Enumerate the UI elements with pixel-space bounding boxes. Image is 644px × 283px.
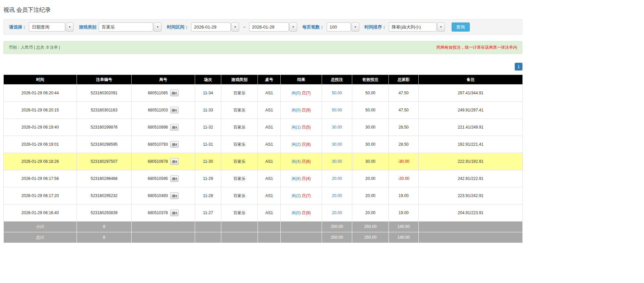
cell-round-id: 680511003 [132, 102, 195, 119]
table-row[interactable]: 2026-01-29 06:18:26 523160297507 6805106… [4, 153, 523, 170]
cell-table-no: AS1 [258, 153, 281, 170]
column-header-9: 总派彩 [389, 75, 419, 85]
table-row[interactable]: 2026-01-29 06:16:40 523160293839 6805103… [4, 204, 523, 222]
select-type-caret-icon[interactable]: ▼ [66, 22, 74, 32]
video-replay-icon[interactable] [170, 90, 179, 96]
footer-cell: 250.00 [352, 222, 389, 232]
result-banker-text: 庄(8) [302, 142, 311, 147]
video-replay-icon[interactable] [170, 209, 179, 216]
column-header-8: 有效投注 [352, 75, 389, 85]
footer-cell: 250.00 [352, 232, 389, 243]
game-type-caret-icon[interactable]: ▼ [154, 22, 162, 32]
table-row[interactable]: 2026-01-29 06:20:15 523160301163 6805110… [4, 102, 523, 119]
cell-total-bet: 50.00 [322, 102, 352, 119]
table-body: 2026-01-29 06:20:44 523160302091 6805110… [4, 85, 523, 222]
game-type-input[interactable] [99, 22, 153, 32]
cell-payout: 19.00 [389, 204, 419, 222]
cell-time: 2026-01-29 06:17:56 [4, 170, 77, 187]
cell-time: 2026-01-29 06:17:20 [4, 187, 77, 204]
table-row[interactable]: 2026-01-29 06:20:44 523160302091 6805110… [4, 85, 523, 102]
cell-valid-bet: 20.00 [352, 170, 389, 187]
date-to-caret-icon[interactable]: ▼ [289, 22, 297, 32]
total-bet-link[interactable]: 20.00 [332, 176, 342, 181]
result-banker-text: 庄(7) [302, 91, 311, 95]
cell-bet-id: 523160296468 [77, 170, 132, 187]
date-from-caret-icon[interactable]: ▼ [231, 22, 239, 32]
footer-cell [195, 222, 221, 232]
pagination-top: 1 [3, 63, 522, 70]
time-range-label: 时间区间： [167, 24, 189, 30]
cell-total-bet: 30.00 [322, 153, 352, 170]
page-button-1[interactable]: 1 [515, 63, 522, 70]
cell-total-bet: 20.00 [322, 204, 352, 222]
sort-order-input[interactable] [389, 22, 436, 32]
cell-payout: 28.50 [389, 136, 419, 153]
round-id-text: 680510493 [148, 194, 168, 198]
cell-game-type: 百家乐 [221, 170, 258, 187]
column-header-6: 结果 [281, 75, 322, 85]
video-replay-icon[interactable] [170, 124, 179, 131]
table-footer: 小计8250.00250.00140.00总计8250.00250.00140.… [4, 222, 523, 243]
result-player-text: 闲(8) [292, 176, 301, 181]
footer-cell: 总计 [4, 232, 77, 243]
column-header-1: 注单编号 [77, 75, 132, 85]
cell-session: 11-32 [195, 119, 221, 136]
cell-round-id: 680510493 [132, 187, 195, 204]
cell-valid-bet: 50.00 [352, 85, 389, 102]
cell-table-no: AS1 [258, 204, 281, 222]
cell-remark: 297.41/344.91 [419, 85, 523, 102]
cell-remark: 242.91/222.91 [419, 170, 523, 187]
video-replay-icon[interactable] [170, 192, 179, 199]
page-size-input[interactable] [327, 22, 351, 32]
cell-time: 2026-01-29 06:18:26 [4, 153, 77, 170]
date-range-separator: ~ [243, 25, 246, 30]
total-bet-link[interactable]: 30.00 [332, 125, 342, 130]
video-replay-icon[interactable] [170, 175, 179, 182]
cell-round-id: 680511085 [132, 85, 195, 102]
video-replay-icon[interactable] [170, 158, 179, 165]
total-bet-link[interactable]: 30.00 [332, 159, 342, 164]
cell-session: 11-29 [195, 170, 221, 187]
total-bet-link[interactable]: 20.00 [332, 193, 342, 198]
cell-game-type: 百家乐 [221, 153, 258, 170]
select-type-input[interactable] [29, 22, 65, 32]
footer-cell: 250.00 [322, 232, 352, 243]
footer-cell [132, 222, 195, 232]
video-replay-icon[interactable] [170, 107, 179, 113]
table-row[interactable]: 2026-01-29 06:19:40 523160299876 6805108… [4, 119, 523, 136]
table-row[interactable]: 2026-01-29 06:17:56 523160296468 6805105… [4, 170, 523, 187]
total-bet-link[interactable]: 50.00 [332, 91, 342, 95]
table-row[interactable]: 2026-01-29 06:19:01 523160298595 6805107… [4, 136, 523, 153]
total-bet-link[interactable]: 50.00 [332, 108, 342, 112]
cell-time: 2026-01-29 06:19:01 [4, 136, 77, 153]
page-size-caret-icon[interactable]: ▼ [352, 22, 359, 32]
total-bet-link[interactable]: 20.00 [332, 210, 342, 215]
cell-result: 闲(0)庄(8) [281, 204, 322, 222]
date-from-input[interactable] [191, 22, 231, 32]
cell-valid-bet: 50.00 [352, 102, 389, 119]
sort-order-caret-icon[interactable]: ▼ [437, 22, 445, 32]
cell-time: 2026-01-29 06:16:40 [4, 204, 77, 222]
result-player-text: 闲(0) [292, 108, 301, 112]
cell-result: 闲(2)庄(8) [281, 136, 322, 153]
cell-time: 2026-01-29 06:20:15 [4, 102, 77, 119]
notice-text: 同局有效投注，统一计算在该局第一张注单内 [436, 45, 517, 50]
table-row[interactable]: 2026-01-29 06:17:20 523160295232 6805104… [4, 187, 523, 204]
column-header-7: 总投注 [322, 75, 352, 85]
page-title: 视讯 会员下注纪录 [3, 6, 522, 14]
video-replay-icon[interactable] [170, 141, 179, 148]
cell-remark: 222.91/192.91 [419, 153, 523, 170]
footer-cell [221, 232, 258, 243]
footer-cell: 小计 [4, 222, 77, 232]
search-button[interactable]: 查询 [452, 22, 470, 32]
cell-bet-id: 523160302091 [77, 85, 132, 102]
total-bet-link[interactable]: 30.00 [332, 142, 342, 147]
cell-valid-bet: 20.00 [352, 204, 389, 222]
subtotal-row: 小计8250.00250.00140.00 [4, 222, 523, 232]
date-to-input[interactable] [249, 22, 289, 32]
currency-summary-text: 币别：人民币 | 总共 :8 注单 | [9, 45, 60, 50]
cell-total-bet: 20.00 [322, 187, 352, 204]
column-header-10: 备注 [419, 75, 523, 85]
cell-table-no: AS1 [258, 170, 281, 187]
cell-game-type: 百家乐 [221, 119, 258, 136]
